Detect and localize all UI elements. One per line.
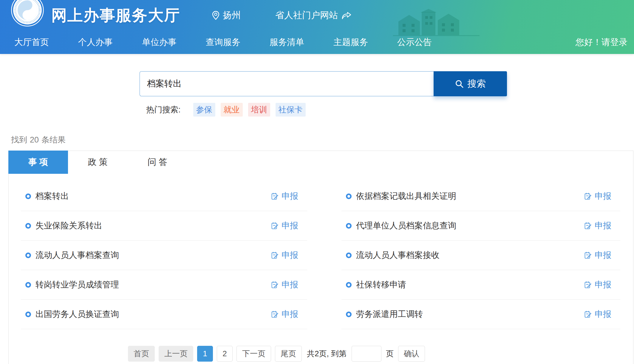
apply-link[interactable]: 申报	[271, 190, 298, 202]
result-columns: 档案转出 申报 失业保险关系转出	[9, 182, 633, 329]
nav-item-service-list[interactable]: 服务清单	[270, 36, 304, 48]
bullet-icon	[25, 253, 31, 258]
header-top: 网上办事服务大厅 扬州 省人社门户网站	[0, 0, 634, 31]
hot-search-row: 热门搜索: 参保 就业 培训 社保卡	[146, 103, 507, 117]
tab-qa[interactable]: 问 答	[128, 151, 187, 174]
result-summary-suffix: 条结果	[41, 134, 66, 145]
city-selector[interactable]: 扬州	[212, 9, 241, 21]
external-arrow-icon	[341, 11, 352, 20]
page-unit-label: 页	[386, 348, 394, 359]
bullet-icon	[346, 312, 352, 317]
search-button-label: 搜索	[467, 78, 486, 90]
prev-page-button[interactable]: 上一页	[159, 346, 193, 362]
result-item-title[interactable]: 转岗转业学员成绩管理	[35, 279, 271, 290]
clipboard-pencil-icon	[271, 192, 279, 200]
bullet-icon	[346, 193, 352, 199]
result-item-title[interactable]: 失业保险关系转出	[35, 220, 271, 231]
result-row: 出国劳务人员换证查询 申报	[21, 300, 307, 329]
result-item-title[interactable]: 出国劳务人员换证查询	[35, 309, 271, 320]
apply-link-label: 申报	[282, 190, 298, 202]
result-row: 社保转移申请 申报	[341, 270, 620, 300]
apply-link[interactable]: 申报	[271, 220, 298, 231]
bullet-icon	[25, 223, 31, 229]
clipboard-pencil-icon	[271, 310, 279, 318]
last-page-button[interactable]: 尾页	[275, 346, 302, 362]
result-column-right: 依据档案记载出具相关证明 申报 代理单位人员档案信息查询	[341, 182, 620, 329]
clipboard-pencil-icon	[584, 251, 592, 259]
confirm-button[interactable]: 确认	[398, 346, 425, 362]
tab-policies[interactable]: 政 策	[68, 151, 128, 174]
apply-link-label: 申报	[595, 190, 611, 202]
page-button-2[interactable]: 2	[217, 346, 233, 362]
login-link[interactable]: 您好！请登录	[576, 36, 627, 48]
hot-tag-shebaoka[interactable]: 社保卡	[276, 103, 306, 117]
tab-matters[interactable]: 事 项	[8, 151, 68, 174]
result-item-title[interactable]: 流动人员人事档案接收	[356, 250, 584, 261]
clipboard-pencil-icon	[271, 281, 279, 289]
page-button-1[interactable]: 1	[197, 346, 213, 362]
result-row: 依据档案记载出具相关证明 申报	[341, 182, 620, 211]
nav-item-theme-services[interactable]: 主题服务	[333, 36, 368, 48]
site-header: 网上办事服务大厅 扬州 省人社门户网站 大厅首页 个人办事 单位办事 查询服务 …	[0, 0, 634, 54]
portal-link-label: 省人社门户网站	[275, 9, 338, 21]
result-column-left: 档案转出 申报 失业保险关系转出	[21, 182, 307, 329]
apply-link-label: 申报	[282, 279, 298, 290]
bullet-icon	[346, 282, 352, 288]
nav-item-query-services[interactable]: 查询服务	[206, 36, 240, 48]
apply-link[interactable]: 申报	[584, 309, 611, 320]
hot-tag-peixun[interactable]: 培训	[248, 103, 270, 117]
result-item-title[interactable]: 流动人员人事档案查询	[35, 250, 271, 261]
apply-link-label: 申报	[595, 279, 611, 290]
clipboard-pencil-icon	[584, 222, 592, 230]
main-nav: 大厅首页 个人办事 单位办事 查询服务 服务清单 主题服务 公示公告 您好！请登…	[0, 31, 634, 54]
hot-tag-jiuye[interactable]: 就业	[221, 103, 243, 117]
search-section: 搜索 热门搜索: 参保 就业 培训 社保卡	[140, 71, 507, 117]
hot-tag-canbao[interactable]: 参保	[193, 103, 215, 117]
apply-link-label: 申报	[282, 250, 298, 261]
apply-link[interactable]: 申报	[584, 250, 611, 261]
search-input[interactable]	[140, 71, 434, 96]
apply-link[interactable]: 申报	[271, 309, 298, 320]
bullet-icon	[346, 223, 352, 229]
result-panel: 事 项 政 策 问 答 档案转出 申报 失业保	[8, 151, 633, 364]
bullet-icon	[25, 193, 31, 199]
nav-item-personal-services[interactable]: 个人办事	[78, 36, 113, 48]
location-pin-icon	[212, 11, 220, 20]
apply-link-label: 申报	[595, 309, 611, 320]
page-jump-input[interactable]	[352, 346, 381, 362]
result-item-title[interactable]: 档案转出	[35, 190, 271, 202]
bullet-icon	[346, 253, 352, 258]
apply-link[interactable]: 申报	[584, 190, 611, 202]
hot-search-label: 热门搜索:	[146, 104, 181, 115]
result-row: 流动人员人事档案接收 申报	[341, 241, 620, 270]
next-page-button[interactable]: 下一页	[236, 346, 271, 362]
nav-item-announcements[interactable]: 公示公告	[397, 36, 432, 48]
bullet-icon	[25, 312, 31, 317]
apply-link[interactable]: 申报	[271, 279, 298, 290]
hot-tags: 参保 就业 培训 社保卡	[193, 103, 306, 117]
bullet-icon	[25, 282, 31, 288]
result-summary-prefix: 找到	[11, 134, 27, 145]
page-title: 网上办事服务大厅	[51, 5, 180, 26]
apply-link-label: 申报	[595, 250, 611, 261]
result-item-title[interactable]: 代理单位人员档案信息查询	[356, 220, 584, 231]
search-button[interactable]: 搜索	[434, 71, 507, 96]
apply-link[interactable]: 申报	[584, 220, 611, 231]
result-row: 转岗转业学员成绩管理 申报	[21, 270, 307, 300]
portal-link[interactable]: 省人社门户网站	[275, 9, 352, 21]
city-label: 扬州	[223, 9, 241, 21]
result-tabs: 事 项 政 策 问 答	[8, 151, 633, 174]
apply-link[interactable]: 申报	[584, 279, 611, 290]
search-bar: 搜索	[140, 71, 507, 96]
result-row: 流动人员人事档案查询 申报	[21, 241, 307, 270]
total-pages-label: 共2页, 到第	[307, 348, 347, 359]
clipboard-pencil-icon	[271, 251, 279, 259]
nav-item-home[interactable]: 大厅首页	[14, 36, 49, 48]
result-item-title[interactable]: 依据档案记载出具相关证明	[356, 190, 584, 202]
result-item-title[interactable]: 劳务派遣用工调转	[356, 309, 584, 320]
apply-link-label: 申报	[595, 220, 611, 231]
apply-link[interactable]: 申报	[271, 250, 298, 261]
first-page-button[interactable]: 首页	[128, 346, 155, 362]
result-item-title[interactable]: 社保转移申请	[356, 279, 584, 290]
nav-item-unit-services[interactable]: 单位办事	[142, 36, 177, 48]
